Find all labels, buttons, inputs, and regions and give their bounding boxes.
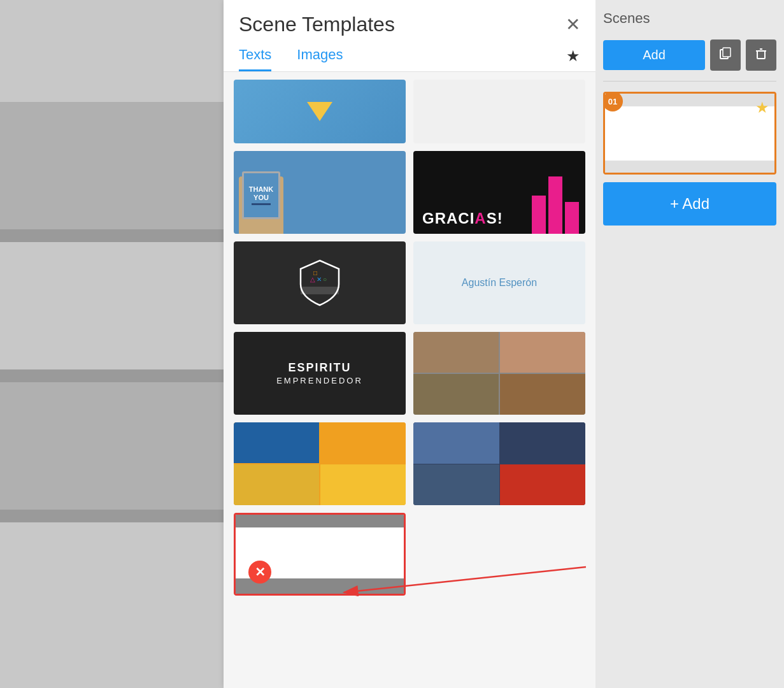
sb-cell-3 [234,464,319,505]
favorites-tab[interactable]: ★ [566,47,580,71]
svg-rect-9 [723,48,731,57]
template-card-thank-you[interactable]: THANKYOU [234,151,406,234]
scenes-panel-title: Scenes [603,10,776,32]
photo-cell-2 [500,332,585,373]
svg-text:✕: ✕ [317,276,322,283]
svg-text:□: □ [313,269,317,276]
scene-thumb-body [605,106,774,161]
sb-cell-4 [320,464,406,505]
gracias-bars [532,176,585,234]
scene-thumb-top-bar [605,94,774,106]
svg-rect-10 [757,51,765,59]
template-card-anime[interactable] [413,422,585,505]
empty-cell [413,513,585,596]
svg-text:○: ○ [323,276,327,283]
templates-grid: THANKYOU [234,80,585,596]
tab-texts[interactable]: Texts [239,47,271,71]
templates-grid-container: THANKYOU [224,72,595,688]
template-card-photos[interactable] [413,332,585,415]
scene-templates-dialog: Scene Templates ✕ Texts Images ★ [224,0,595,688]
svg-rect-1 [301,287,339,294]
anime-cell-2 [500,422,586,464]
template-card-partial-right[interactable] [413,80,585,143]
left-background [0,0,224,688]
trash-icon [755,47,767,60]
photo-cell-4 [500,374,585,415]
sb-cell-1 [234,422,319,463]
duplicate-scene-button[interactable] [710,39,741,71]
anime-cell-3 [413,464,499,506]
dialog-tabs: Texts Images ★ [239,47,580,71]
espiritu-title: ESPIRITU [288,361,351,375]
template-card-selected[interactable]: ✕ [234,513,406,596]
espiritu-subtitle: EMPRENDEDOR [276,376,363,385]
tab-images[interactable]: Images [297,47,343,71]
scenes-panel: Scenes Add 01 ★ + Add [595,0,784,688]
scene-star-icon: ★ [755,99,769,117]
svg-text:△: △ [310,276,315,283]
scene-thumb-bottom-bar [605,161,774,175]
template-card-gracias[interactable]: GRACIAS! [413,151,585,234]
photo-cell-3 [413,374,499,415]
scene-divider [603,81,776,82]
template-card-partial-left[interactable] [234,80,406,143]
delete-scene-button[interactable] [746,39,776,71]
card-selected-top-bar [236,515,404,527]
dialog-header: Scene Templates ✕ Texts Images ★ [224,0,595,72]
photo-cell-1 [413,332,499,373]
template-card-gaming[interactable]: △ ✕ ○ □ [234,241,406,324]
duplicate-icon [719,47,732,60]
svg-marker-0 [307,102,332,121]
template-card-espiritu[interactable]: ESPIRITU EMPRENDEDOR [234,332,406,415]
dialog-title: Scene Templates [239,13,395,36]
add-new-scene-button[interactable]: + Add [603,182,776,226]
anime-cell-4 [500,464,586,506]
scenes-toolbar: Add [603,39,776,71]
card-name-text: Agustín Esperón [462,277,537,289]
add-scene-button[interactable]: Add [603,40,705,70]
template-card-name[interactable]: Agustín Esperón [413,241,585,324]
scene-thumbnail-01[interactable]: 01 ★ [603,92,776,175]
close-button[interactable]: ✕ [566,16,580,34]
chevron-down-icon [301,96,339,127]
shield-icon: △ ✕ ○ □ [294,257,345,308]
anime-cell-1 [413,422,499,464]
sb-cell-2 [320,422,406,463]
gracias-text: GRACIAS! [422,210,503,227]
template-card-spongebob[interactable] [234,422,406,505]
delete-card-button[interactable]: ✕ [248,561,271,584]
